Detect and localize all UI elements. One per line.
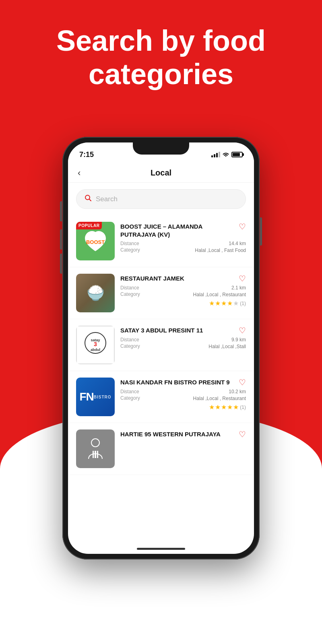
review-count: (1) [240, 405, 246, 410]
restaurant-name: RESTAURANT JAMEK [120, 275, 246, 283]
phone-mockup: 7:15 [62, 137, 260, 559]
distance-label: Distance [120, 285, 139, 291]
favorite-button[interactable]: ♡ [239, 274, 246, 283]
restaurant-info: NASI KANDAR FN BISTRO PRESINT 9 Distance… [120, 378, 246, 411]
category-row: Category Halal ,Local , Restaurant [120, 291, 246, 298]
distance-row: Distance 9.9 km [120, 337, 246, 343]
distance-label: Distance [120, 241, 139, 246]
distance-value: 2.1 km [231, 285, 246, 291]
restaurant-image: 🍚 [76, 274, 115, 312]
rating-row: ★ ★ ★ ★ ★ (1) [120, 403, 246, 411]
phone-notch [133, 142, 189, 155]
restaurant-info: HARTIE 95 WESTERN PUTRAJAYA [120, 429, 246, 441]
svg-text:3: 3 [94, 341, 97, 347]
favorite-button[interactable]: ♡ [239, 222, 246, 231]
search-icon [85, 194, 92, 204]
restaurant-info: RESTAURANT JAMEK Distance 2.1 km Categor… [120, 274, 246, 307]
hero-title: Search by food categories [0, 24, 322, 91]
restaurant-name: HARTIE 95 WESTERN PUTRAJAYA [120, 430, 246, 438]
rating-row: ★ ★ ★ ★ ★ (1) [120, 299, 246, 307]
star-5: ★ [233, 299, 239, 307]
battery-icon [231, 152, 243, 157]
restaurant-name: NASI KANDAR FN BISTRO PRESINT 9 [120, 378, 246, 386]
restaurant-image: BOOST POPULAR [76, 222, 115, 260]
favorite-button[interactable]: ♡ [239, 326, 246, 335]
star-2: ★ [215, 403, 221, 411]
category-value: Halal ,Local , Restaurant [193, 395, 246, 402]
logo-image: FN BISTRO [76, 378, 115, 416]
category-label: Category [120, 343, 140, 349]
distance-row: Distance 10.2 km [120, 389, 246, 394]
status-icons [211, 151, 243, 158]
favorite-button[interactable]: ♡ [239, 429, 246, 439]
category-value: Halal ,Local ,Stall [208, 343, 246, 350]
star-3: ★ [221, 299, 227, 307]
wifi-icon [223, 151, 229, 158]
svg-rect-9 [97, 451, 98, 458]
list-item[interactable]: FN BISTRO NASI KANDAR FN BISTRO PRESINT … [68, 371, 254, 423]
restaurant-image: FN BISTRO [76, 378, 115, 416]
review-count: (1) [240, 301, 246, 306]
star-5: ★ [233, 403, 239, 411]
distance-value: 9.9 km [231, 337, 246, 343]
svg-rect-8 [93, 451, 94, 458]
search-bar[interactable]: Search [76, 189, 246, 209]
nav-bar: ‹ Local [68, 163, 254, 183]
restaurant-image [76, 429, 115, 468]
status-time: 7:15 [79, 151, 94, 159]
svg-line-1 [89, 199, 91, 201]
phone-outer: 7:15 [62, 137, 260, 559]
logo-image: satay 3 abdul [76, 326, 115, 364]
home-indicator [137, 548, 185, 550]
restaurant-list: BOOST POPULAR BOOST JUICE – ALAMANDA PUT… [68, 215, 254, 554]
restaurant-info: BOOST JUICE – ALAMANDA PUTRAJAYA (KV) Di… [120, 222, 246, 255]
background: Search by food categories 7:15 [0, 0, 322, 644]
distance-label: Distance [120, 337, 139, 343]
star-4: ★ [227, 403, 233, 411]
svg-text:abdul: abdul [91, 348, 100, 352]
list-item[interactable]: 🍚 RESTAURANT JAMEK Distance 2.1 km Categ… [68, 267, 254, 319]
distance-row: Distance 14.4 km [120, 241, 246, 246]
phone-content: 7:15 [68, 142, 254, 554]
signal-icon [211, 152, 220, 157]
distance-row: Distance 2.1 km [120, 285, 246, 291]
category-label: Category [120, 395, 140, 401]
restaurant-image: satay 3 abdul [76, 326, 115, 364]
category-value: Halal ,Local , Restaurant [193, 291, 246, 298]
popular-badge: POPULAR [76, 222, 102, 229]
category-row: Category Halal ,Local , Fast Food [120, 247, 246, 254]
category-value: Halal ,Local , Fast Food [195, 247, 246, 254]
svg-rect-10 [95, 451, 96, 458]
nav-title: Local [151, 168, 171, 178]
star-1: ★ [209, 403, 215, 411]
restaurant-name: SATAY 3 ABDUL PRESINT 11 [120, 326, 246, 334]
logo-image [76, 429, 115, 468]
star-1: ★ [209, 299, 215, 307]
star-4: ★ [227, 299, 233, 307]
phone-screen: 7:15 [68, 142, 254, 554]
category-row: Category Halal ,Local ,Stall [120, 343, 246, 350]
distance-value: 14.4 km [229, 241, 246, 246]
food-image: 🍚 [76, 274, 115, 312]
svg-text:BOOST: BOOST [86, 239, 105, 245]
restaurant-name: BOOST JUICE – ALAMANDA PUTRAJAYA (KV) [120, 223, 246, 238]
list-item[interactable]: HARTIE 95 WESTERN PUTRAJAYA ♡ [68, 423, 254, 475]
category-label: Category [120, 291, 140, 297]
search-container: Search [68, 183, 254, 215]
favorite-button[interactable]: ♡ [239, 378, 246, 387]
list-item[interactable]: BOOST POPULAR BOOST JUICE – ALAMANDA PUT… [68, 215, 254, 267]
category-row: Category Halal ,Local , Restaurant [120, 395, 246, 402]
category-label: Category [120, 247, 140, 253]
restaurant-info: SATAY 3 ABDUL PRESINT 11 Distance 9.9 km… [120, 326, 246, 351]
distance-label: Distance [120, 389, 139, 394]
back-button[interactable]: ‹ [78, 168, 80, 178]
search-input[interactable]: Search [96, 195, 118, 203]
star-3: ★ [221, 403, 227, 411]
svg-point-7 [91, 439, 99, 447]
distance-value: 10.2 km [229, 389, 246, 394]
list-item[interactable]: satay 3 abdul SATAY 3 ABDUL PRESINT 11 D… [68, 319, 254, 371]
star-2: ★ [215, 299, 221, 307]
